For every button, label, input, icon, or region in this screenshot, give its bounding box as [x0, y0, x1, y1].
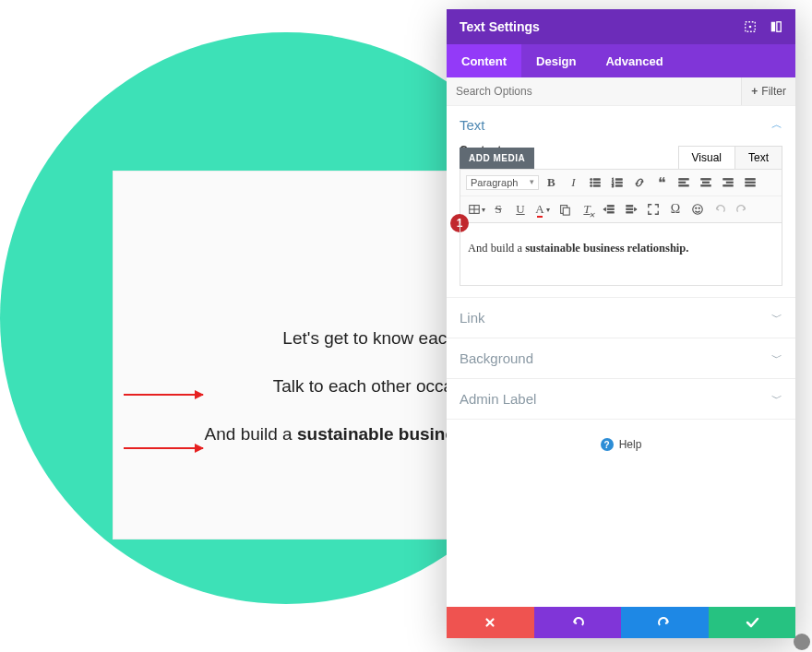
- svg-rect-38: [627, 212, 633, 213]
- svg-rect-34: [607, 208, 614, 209]
- section-link-title: Link: [460, 310, 485, 326]
- editor-text-prefix: And build a: [468, 242, 525, 255]
- editor-tab-text[interactable]: Text: [735, 147, 782, 169]
- section-text-header[interactable]: Text ︿: [460, 117, 782, 133]
- svg-rect-24: [723, 185, 734, 186]
- annotation-arrow-2: [124, 447, 203, 449]
- svg-point-6: [591, 182, 592, 184]
- underline-icon[interactable]: U: [510, 200, 531, 219]
- cancel-button[interactable]: [447, 607, 534, 638]
- add-media-button[interactable]: ADD MEDIA: [460, 148, 534, 169]
- svg-rect-18: [679, 185, 689, 186]
- svg-rect-3: [777, 22, 781, 32]
- svg-rect-7: [594, 182, 601, 183]
- section-text: Text ︿ Content ADD MEDIA Visual Text Par…: [447, 106, 795, 298]
- svg-point-40: [695, 207, 697, 209]
- corner-badge: [794, 634, 810, 650]
- paste-icon[interactable]: [555, 200, 575, 219]
- svg-rect-17: [679, 182, 686, 183]
- svg-rect-23: [727, 182, 734, 183]
- section-text-title: Text: [460, 117, 485, 133]
- settings-panel: Text Settings Content Design Advanced +F…: [447, 9, 795, 638]
- svg-rect-27: [746, 185, 756, 186]
- filter-button[interactable]: +Filter: [741, 77, 795, 105]
- paragraph-selector[interactable]: Paragraph: [466, 175, 539, 190]
- svg-point-1: [749, 26, 752, 29]
- tab-content[interactable]: Content: [447, 44, 521, 77]
- svg-point-39: [693, 205, 703, 215]
- strikethrough-icon[interactable]: S: [488, 200, 508, 219]
- help-icon: ?: [601, 438, 614, 451]
- svg-rect-26: [746, 182, 756, 183]
- tab-advanced[interactable]: Advanced: [591, 44, 677, 77]
- chevron-down-icon: ﹀: [771, 350, 782, 366]
- chevron-down-icon: ﹀: [771, 391, 782, 407]
- table-icon[interactable]: ▾: [466, 200, 486, 219]
- svg-rect-15: [616, 185, 623, 186]
- svg-rect-5: [594, 179, 601, 180]
- indent-icon[interactable]: [621, 200, 641, 219]
- undo-icon[interactable]: [710, 200, 730, 219]
- svg-rect-9: [594, 185, 601, 186]
- save-button[interactable]: [709, 607, 796, 638]
- help-row[interactable]: ? Help: [447, 420, 795, 469]
- annotation-arrow-1: [124, 394, 203, 396]
- svg-rect-20: [703, 182, 710, 183]
- bold-icon[interactable]: B: [541, 173, 561, 192]
- panel-footer: [447, 607, 795, 638]
- blockquote-icon[interactable]: ❝: [651, 173, 672, 192]
- svg-rect-16: [679, 179, 689, 180]
- svg-rect-25: [746, 179, 756, 180]
- emoji-icon[interactable]: [687, 200, 708, 219]
- svg-rect-22: [723, 179, 734, 180]
- section-link[interactable]: Link ﹀: [447, 298, 795, 338]
- svg-rect-37: [627, 208, 633, 209]
- italic-icon[interactable]: I: [563, 173, 583, 192]
- text-color-icon[interactable]: A▾: [532, 200, 553, 219]
- align-center-icon[interactable]: [696, 173, 716, 192]
- redo-icon[interactable]: [732, 200, 752, 219]
- svg-rect-19: [701, 179, 711, 180]
- align-justify-icon[interactable]: [740, 173, 760, 192]
- link-icon[interactable]: [629, 173, 650, 192]
- svg-rect-21: [701, 185, 711, 186]
- panel-title: Text Settings: [460, 19, 540, 34]
- special-char-icon[interactable]: Ω: [665, 200, 686, 219]
- redo-button[interactable]: [621, 607, 709, 638]
- filter-label: Filter: [761, 85, 786, 98]
- align-left-icon[interactable]: [674, 173, 694, 192]
- settings-tabs: Content Design Advanced: [447, 44, 795, 77]
- editor-tab-visual[interactable]: Visual: [679, 147, 735, 169]
- svg-rect-11: [616, 179, 623, 180]
- section-background[interactable]: Background ﹀: [447, 338, 795, 379]
- undo-button[interactable]: [534, 607, 622, 638]
- snap-icon[interactable]: [770, 20, 782, 33]
- search-input[interactable]: [447, 77, 741, 105]
- editor-body[interactable]: And build a sustainable business relatio…: [460, 223, 782, 286]
- svg-rect-13: [616, 182, 623, 183]
- clear-format-icon[interactable]: T✕: [577, 200, 597, 219]
- tab-design[interactable]: Design: [521, 44, 591, 77]
- bullet-list-icon[interactable]: [585, 173, 605, 192]
- help-label: Help: [619, 438, 642, 451]
- editor-text-bold: sustainable business relationship.: [525, 242, 688, 255]
- align-right-icon[interactable]: [718, 173, 738, 192]
- chevron-up-icon: ︿: [771, 117, 782, 133]
- section-admin-label[interactable]: Admin Label ﹀: [447, 379, 795, 420]
- svg-text:3: 3: [612, 184, 615, 188]
- numbered-list-icon[interactable]: 123: [607, 173, 627, 192]
- svg-rect-36: [627, 206, 633, 207]
- svg-rect-35: [607, 212, 614, 213]
- section-admin-label-title: Admin Label: [460, 391, 536, 407]
- svg-point-4: [591, 178, 592, 180]
- preview-line-3-prefix: And build a: [205, 424, 297, 444]
- search-row: +Filter: [447, 77, 795, 106]
- svg-point-8: [591, 184, 592, 186]
- expand-icon[interactable]: [744, 20, 757, 33]
- svg-rect-32: [563, 207, 569, 215]
- outdent-icon[interactable]: [599, 200, 619, 219]
- chevron-down-icon: ﹀: [771, 310, 782, 326]
- fullscreen-icon[interactable]: [643, 200, 663, 219]
- svg-rect-2: [771, 22, 775, 32]
- panel-header: Text Settings: [447, 9, 795, 44]
